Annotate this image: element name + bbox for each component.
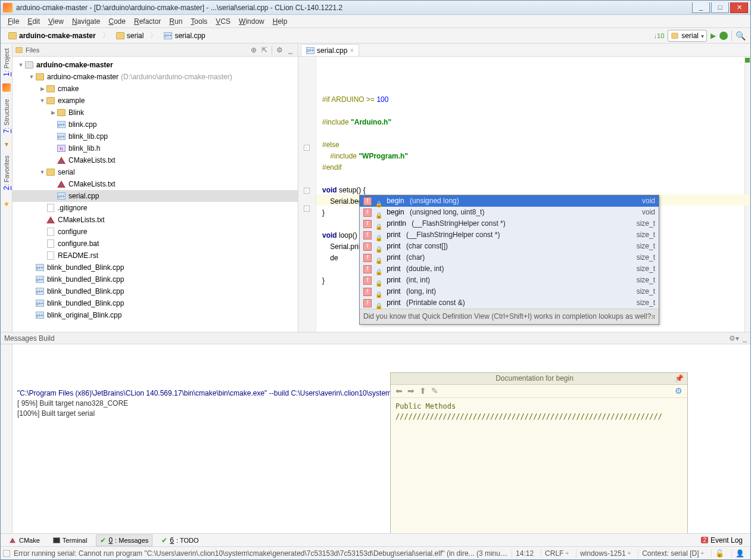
- gear-icon[interactable]: ⚙: [675, 386, 683, 396]
- tree-item-cmakelists-txt[interactable]: CMakeLists.txt: [13, 154, 298, 166]
- tree-item-example[interactable]: ▼example: [13, 95, 298, 107]
- tree-twisty-icon[interactable]: ▼: [39, 98, 46, 104]
- completion-item-print[interactable]: 🔒 print (Printable const &)size_t: [360, 297, 659, 309]
- hide-tool-icon[interactable]: ⎯: [743, 334, 747, 343]
- tree-twisty-icon[interactable]: ▼: [28, 74, 35, 80]
- menu-window[interactable]: Window: [235, 16, 268, 27]
- fold-icon[interactable]: -: [304, 206, 310, 211]
- completion-item-print[interactable]: 🔒 print (char const[])size_t: [360, 241, 659, 252]
- code-editor[interactable]: #if ARDUINO >= 100 #include "Arduino.h" …: [316, 57, 750, 332]
- hide-tool-icon[interactable]: ⎯: [285, 45, 295, 55]
- tree-item-arduino-cmake-master[interactable]: ▼arduino-cmake-master(D:\arduino\arduino…: [13, 71, 298, 83]
- menu-navigate[interactable]: Navigate: [68, 16, 104, 27]
- menu-code[interactable]: Code: [105, 16, 129, 27]
- new-scratch-icon[interactable]: ⊕: [248, 45, 259, 55]
- tree-twisty-icon[interactable]: ▶: [39, 86, 46, 92]
- forward-icon[interactable]: ➡: [407, 386, 415, 396]
- menu-view[interactable]: View: [45, 16, 67, 27]
- run-button[interactable]: ▶: [711, 32, 716, 40]
- tree-twisty-icon[interactable]: ▼: [39, 169, 46, 175]
- lock-icon[interactable]: 🔓: [711, 549, 728, 558]
- tree-item-serial[interactable]: ▼serial: [13, 166, 298, 178]
- up-icon[interactable]: ⬆: [419, 386, 426, 396]
- tree-item-blink-lib-cpp[interactable]: blink_lib.cpp: [13, 130, 298, 142]
- run-config-combo[interactable]: serial: [668, 30, 707, 42]
- tree-twisty-icon[interactable]: ▶: [49, 110, 57, 116]
- back-icon[interactable]: ⬅: [395, 386, 403, 396]
- tool-tab-favorites[interactable]: 2: Favorites: [2, 153, 11, 192]
- documentation-popup[interactable]: Documentation for begin📌 ⬅ ➡ ⬆ ✎ ⚙ Publi…: [390, 372, 688, 533]
- gutter[interactable]: ---: [298, 57, 316, 332]
- bottom-tab-messages[interactable]: ✔ 0: Messages: [96, 534, 152, 546]
- editor-tab-serial[interactable]: serial.cpp ×: [301, 44, 359, 56]
- gear-icon[interactable]: ⚙▾: [729, 334, 739, 343]
- tree-item-blink[interactable]: ▶Blink: [13, 107, 298, 119]
- tree-item-arduino-cmake-master[interactable]: ▼arduino-cmake-master: [13, 59, 298, 71]
- menu-help[interactable]: Help: [269, 16, 291, 27]
- bottom-tab-todo[interactable]: ✔ 6: TODO: [157, 534, 202, 546]
- pin-icon[interactable]: 📌: [675, 374, 684, 384]
- close-tab-icon[interactable]: ×: [350, 46, 354, 55]
- fold-icon[interactable]: -: [304, 188, 310, 194]
- completion-item-print[interactable]: 🔒 print (double, int)size_t: [360, 263, 659, 275]
- tree-twisty-icon[interactable]: ▼: [17, 62, 24, 68]
- edit-source-icon[interactable]: ✎: [431, 386, 438, 396]
- menu-edit[interactable]: Edit: [24, 16, 43, 27]
- completion-item-print[interactable]: 🔒 print (long, int)size_t: [360, 286, 659, 297]
- tree-item--gitignore[interactable]: .gitignore: [13, 202, 298, 214]
- tree-item-configure-bat[interactable]: configure.bat: [13, 238, 298, 250]
- messages-output[interactable]: Documentation for begin📌 ⬅ ➡ ⬆ ✎ ⚙ Publi…: [13, 344, 750, 533]
- close-button[interactable]: ✕: [730, 2, 748, 13]
- breadcrumb-1[interactable]: serial: [112, 30, 148, 42]
- completion-item-println[interactable]: 🔒 println (__FlashStringHelper const *)s…: [360, 218, 659, 229]
- tool-tab-filter[interactable]: ▾: [5, 140, 8, 148]
- breadcrumb-2[interactable]: serial.cpp: [160, 30, 209, 42]
- tree-item-readme-rst[interactable]: README.rst: [13, 250, 298, 262]
- tree-item-blink-bundled-blink-cpp[interactable]: blink_bundled_Blink.cpp: [13, 285, 298, 297]
- project-tree[interactable]: ▼arduino-cmake-master▼arduino-cmake-mast…: [13, 57, 298, 332]
- maximize-button[interactable]: □: [711, 2, 729, 13]
- menu-tools[interactable]: Tools: [187, 16, 211, 27]
- tree-item-blink-lib-h[interactable]: blink_lib.h: [13, 142, 298, 154]
- tree-item-serial-cpp[interactable]: serial.cpp: [13, 190, 298, 202]
- breadcrumb-0[interactable]: arduino-cmake-master: [4, 30, 100, 42]
- completion-item-print[interactable]: 🔒 print (__FlashStringHelper const *)siz…: [360, 229, 659, 241]
- completion-popup[interactable]: 🔒 begin (unsigned long)void🔒 begin (unsi…: [359, 195, 659, 325]
- tool-tab-structure[interactable]: 7: Structure: [2, 97, 11, 135]
- line-separator[interactable]: CRLF÷: [541, 549, 572, 558]
- status-message[interactable]: Error running serial: Cannot run program…: [14, 549, 508, 558]
- minimize-button[interactable]: _: [692, 2, 710, 13]
- context-selector[interactable]: Context: serial [D]÷: [638, 549, 708, 558]
- fold-icon[interactable]: -: [304, 145, 310, 151]
- menu-refactor[interactable]: Refactor: [130, 16, 164, 27]
- completion-item-print[interactable]: 🔒 print (char)size_t: [360, 252, 659, 263]
- caret-position[interactable]: 14:12: [512, 549, 537, 558]
- completion-item-print[interactable]: 🔒 print (int, int)size_t: [360, 275, 659, 286]
- tool-tab-project[interactable]: 1: Project: [2, 46, 11, 79]
- tree-item-blink-bundled-blink-cpp[interactable]: blink_bundled_Blink.cpp: [13, 273, 298, 285]
- tree-item-cmake[interactable]: ▶cmake: [13, 83, 298, 95]
- tool-tab-clion[interactable]: [2, 83, 11, 92]
- tree-item-cmakelists-txt[interactable]: CMakeLists.txt: [13, 178, 298, 190]
- file-encoding[interactable]: windows-1251÷: [576, 549, 634, 558]
- tree-item-cmakelists-txt[interactable]: CMakeLists.txt: [13, 214, 298, 226]
- tool-tab-star[interactable]: ★: [3, 198, 10, 210]
- search-everywhere-button[interactable]: 🔍: [736, 31, 746, 41]
- messages-toolbar[interactable]: [1, 344, 13, 533]
- tree-item-blink-original-blink-cpp[interactable]: blink_original_Blink.cpp: [13, 309, 298, 321]
- collapse-all-icon[interactable]: ⇱: [259, 45, 270, 55]
- make-icon[interactable]: ↓10: [654, 32, 665, 39]
- tree-item-blink-cpp[interactable]: blink.cpp: [13, 119, 298, 130]
- tool-window-toggle-icon[interactable]: [3, 550, 10, 557]
- tree-item-configure[interactable]: configure: [13, 226, 298, 238]
- event-log-button[interactable]: 2 Event Log: [697, 534, 747, 546]
- gear-icon[interactable]: ⚙: [274, 45, 285, 55]
- tree-item-blink-bundled-blink-cpp[interactable]: blink_bundled_Blink.cpp: [13, 297, 298, 309]
- menu-file[interactable]: File: [4, 16, 23, 27]
- completion-item-begin[interactable]: 🔒 begin (unsigned long)void: [360, 195, 659, 207]
- tree-item-blink-bundled-blink-cpp[interactable]: blink_bundled_Blink.cpp: [13, 262, 298, 273]
- bottom-tab-cmake[interactable]: CMake: [4, 535, 44, 546]
- hector-icon[interactable]: 👤: [731, 549, 748, 558]
- completion-item-begin[interactable]: 🔒 begin (unsigned long, uint8_t)void: [360, 207, 659, 218]
- menu-vcs[interactable]: VCS: [212, 16, 234, 27]
